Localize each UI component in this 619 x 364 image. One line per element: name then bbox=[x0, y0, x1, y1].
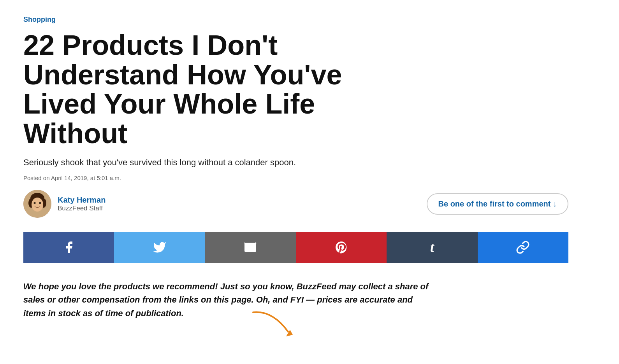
share-buttons: t bbox=[23, 232, 568, 263]
arrow-annotation bbox=[249, 308, 296, 343]
disclaimer-section: We hope you love the products we recomme… bbox=[23, 280, 432, 320]
author-comment-row: Katy Herman BuzzFeed Staff Be one of the… bbox=[23, 190, 568, 218]
email-share-button[interactable] bbox=[205, 232, 296, 263]
avatar bbox=[23, 190, 51, 218]
facebook-icon bbox=[62, 240, 76, 254]
author-info: Katy Herman BuzzFeed Staff bbox=[58, 196, 106, 212]
tumblr-icon: t bbox=[430, 239, 434, 256]
category-link[interactable]: Shopping bbox=[23, 16, 56, 24]
author-role: BuzzFeed Staff bbox=[58, 205, 106, 212]
svg-point-4 bbox=[32, 198, 43, 212]
article-title: 22 Products I Don't Understand How You'v… bbox=[23, 31, 374, 148]
disclaimer-text: We hope you love the products we recomme… bbox=[23, 280, 432, 320]
post-date: Posted on April 14, 2019, at 5:01 a.m. bbox=[23, 175, 596, 181]
author-section: Katy Herman BuzzFeed Staff bbox=[23, 190, 106, 218]
comment-button[interactable]: Be one of the first to comment ↓ bbox=[427, 193, 568, 215]
pinterest-icon bbox=[334, 240, 348, 254]
pinterest-share-button[interactable] bbox=[296, 232, 387, 263]
author-name-link[interactable]: Katy Herman bbox=[58, 196, 106, 205]
link-share-button[interactable] bbox=[478, 232, 568, 263]
email-icon bbox=[243, 240, 257, 254]
article-subtitle: Seriously shook that you've survived thi… bbox=[23, 158, 335, 168]
link-icon bbox=[516, 240, 530, 254]
twitter-share-button[interactable] bbox=[114, 232, 205, 263]
svg-point-6 bbox=[39, 202, 41, 204]
tumblr-share-button[interactable]: t bbox=[387, 232, 477, 263]
twitter-icon bbox=[153, 240, 167, 254]
facebook-share-button[interactable] bbox=[23, 232, 114, 263]
svg-point-5 bbox=[34, 202, 36, 204]
